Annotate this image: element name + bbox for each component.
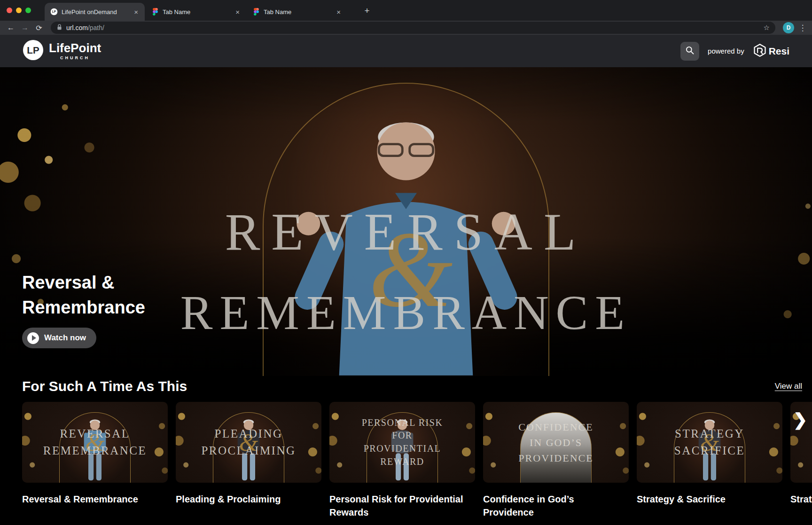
video-title[interactable]: Reversal & Remembrance	[22, 493, 163, 506]
video-thumbnail[interactable]: CONFIDENCE IN GOD’S PROVIDENCE	[483, 402, 629, 483]
video-title[interactable]: Strat	[790, 493, 812, 506]
play-icon	[27, 332, 39, 344]
video-card[interactable]: & STRATEGY SACRIFICE Strategy & Sacrific…	[637, 402, 782, 519]
overlay-ampersand: &	[239, 429, 258, 456]
video-title[interactable]: Strategy & Sacrifice	[637, 493, 778, 506]
svg-text:LP: LP	[52, 10, 56, 13]
resi-wordmark: Resi	[769, 46, 789, 57]
reload-icon[interactable]: ⟳	[33, 22, 45, 34]
video-card[interactable]: PERSONAL RISK FOR PROVIDENTIAL REWARD Pe…	[329, 402, 475, 519]
bookmark-star-icon[interactable]: ☆	[764, 24, 770, 32]
video-card-row: & REVERSAL REMEMBRANCE Reversal & Rememb…	[22, 402, 812, 519]
tab-close-icon[interactable]: ×	[234, 8, 242, 16]
tab-close-icon[interactable]: ×	[335, 8, 343, 16]
arch-window-graphic	[520, 412, 592, 483]
video-title[interactable]: Confidence in God’s Providence	[483, 493, 624, 519]
overlay-ampersand: &	[86, 429, 104, 456]
tab-2[interactable]: Tab Name ×	[146, 3, 246, 21]
figma-favicon-icon	[151, 8, 159, 16]
tab-title: Tab Name	[163, 8, 230, 16]
forward-icon[interactable]: →	[19, 22, 31, 34]
address-bar[interactable]: url.com/path/ ☆	[51, 22, 775, 34]
minimize-window-button[interactable]	[16, 8, 22, 13]
video-card[interactable]: & PLEADING PROCLAIMING Pleading & Procla…	[176, 402, 321, 519]
video-thumbnail[interactable]: & STRATEGY SACRIFICE	[637, 402, 782, 483]
close-window-button[interactable]	[7, 8, 12, 13]
search-button[interactable]	[680, 42, 699, 61]
lifepoint-favicon-icon: LP	[50, 8, 58, 16]
powered-by-label: powered by	[708, 47, 744, 55]
section-title: For Such A Time As This	[22, 378, 187, 394]
new-tab-button[interactable]: +	[361, 5, 373, 17]
video-thumbnail[interactable]: & REVERSAL REMEMBRANCE	[22, 402, 168, 483]
speaker-figure	[383, 417, 422, 483]
traffic-lights	[7, 8, 31, 13]
browser-menu-icon[interactable]: ⋮	[798, 23, 807, 33]
url-host: url.com	[66, 24, 88, 31]
svg-text:LP: LP	[27, 45, 39, 55]
browser-toolbar: ← → ⟳ url.com/path/ ☆ D ⋮	[0, 21, 812, 35]
resi-logo-mark-icon	[753, 43, 767, 59]
speaker-figure	[289, 113, 523, 376]
resi-logo: Resi	[753, 43, 789, 59]
tab-strip: LP LifePoint onDemand × Tab Name × Tab N…	[0, 0, 812, 21]
figma-favicon-icon	[252, 8, 260, 16]
lifepoint-logo-mark-icon: LP	[22, 39, 44, 63]
tab-lifepoint-ondemand[interactable]: LP LifePoint onDemand ×	[45, 3, 145, 21]
url-path: /path/	[88, 24, 104, 31]
site-header: LP LifePoint CHURCH powered by Resi	[0, 35, 812, 67]
video-card[interactable]: & REVERSAL REMEMBRANCE Reversal & Rememb…	[22, 402, 168, 519]
view-all-link[interactable]: View all	[775, 382, 802, 391]
search-icon	[685, 46, 695, 56]
video-title[interactable]: Pleading & Proclaiming	[176, 493, 317, 506]
tab-3[interactable]: Tab Name ×	[247, 3, 347, 21]
video-thumbnail[interactable]: & PLEADING PROCLAIMING	[176, 402, 321, 483]
tab-title: LifePoint onDemand	[62, 8, 128, 16]
back-icon[interactable]: ←	[5, 22, 17, 34]
video-card[interactable]: CONFIDENCE IN GOD’S PROVIDENCE Confidenc…	[483, 402, 629, 519]
series-section: For Such A Time As This View all & RE	[0, 376, 812, 519]
lifepoint-logo[interactable]: LP LifePoint CHURCH	[22, 39, 101, 63]
video-thumbnail[interactable]: PERSONAL RISK FOR PROVIDENTIAL REWARD	[329, 402, 475, 483]
overlay-ampersand: &	[700, 429, 719, 456]
video-title[interactable]: Personal Risk for Providential Rewards	[329, 493, 470, 519]
hero-title: Reversal & Remembrance	[22, 270, 145, 320]
logo-subtitle: CHURCH	[49, 55, 101, 60]
browser-window: LP LifePoint onDemand × Tab Name × Tab N…	[0, 0, 812, 525]
carousel-next-icon[interactable]: ❯	[793, 410, 807, 430]
watch-now-button[interactable]: Watch now	[22, 328, 96, 348]
zoom-window-button[interactable]	[25, 8, 31, 13]
tab-close-icon[interactable]: ×	[132, 8, 140, 16]
logo-name: LifePoint	[49, 42, 101, 54]
hero-banner: & REVERSAL REMEMBRANCE Reversal & Rememb…	[0, 67, 812, 376]
lock-icon	[56, 24, 62, 32]
tab-title: Tab Name	[264, 8, 331, 16]
profile-avatar[interactable]: D	[783, 22, 794, 33]
